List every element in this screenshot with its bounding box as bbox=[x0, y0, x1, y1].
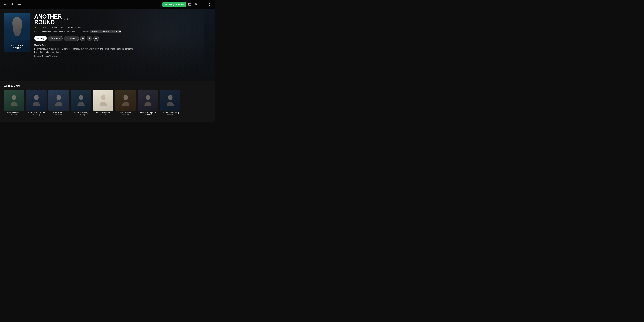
cast-photo bbox=[115, 90, 136, 111]
movie-certification: NR bbox=[61, 26, 64, 29]
director-label: Director: bbox=[34, 55, 41, 57]
more-button[interactable] bbox=[93, 36, 99, 41]
movie-tagline: What a life. bbox=[34, 44, 211, 46]
svg-point-3 bbox=[56, 95, 61, 100]
action-row: Play Trailer Played bbox=[34, 36, 211, 41]
subtitles-select[interactable]: Vietnamese (Default SUBRIP) English None bbox=[90, 30, 121, 34]
more-icon bbox=[95, 37, 97, 40]
cast-member-name: Helene Reingaard Neumann bbox=[138, 112, 158, 116]
back-button[interactable] bbox=[2, 2, 8, 7]
svg-point-6 bbox=[123, 95, 128, 100]
cast-photo-inner bbox=[4, 90, 24, 111]
movie-title: ANOTHER ROUND bbox=[34, 14, 62, 25]
emby-premiere-button[interactable]: Get Emby Premiere bbox=[162, 2, 186, 7]
cast-member-name: Thomas Vinterberg bbox=[162, 112, 179, 114]
played-button[interactable]: Played bbox=[64, 36, 79, 41]
cast-member-name: Lars Ranthe bbox=[53, 112, 64, 114]
svg-point-1 bbox=[12, 95, 16, 100]
cast-card[interactable]: Mads Mikkelsenas Martin bbox=[4, 90, 24, 118]
cast-photo-inner bbox=[48, 90, 69, 111]
cast-member-name: Susse Wold bbox=[120, 112, 131, 114]
trash-icon bbox=[88, 37, 90, 40]
cast-member-role: as Peter bbox=[56, 114, 62, 116]
cast-photo bbox=[93, 90, 114, 111]
cast-photo-inner bbox=[115, 90, 136, 111]
cast-member-role: as Amalie bbox=[144, 116, 152, 118]
hero-section: ANOTHER ROUND ANOTHER ROUND ✎ 🖼 ★ 7.7 • … bbox=[0, 9, 215, 81]
edit-icon[interactable]: ✎ bbox=[63, 18, 66, 21]
cast-member-name: Maria Bonnevie bbox=[96, 112, 110, 114]
cast-photo bbox=[26, 90, 46, 111]
cast-member-role: as Nikolaj bbox=[77, 114, 85, 116]
play-button[interactable]: Play bbox=[34, 36, 47, 41]
trailer-icon bbox=[50, 37, 53, 40]
cast-photo bbox=[4, 90, 24, 111]
search-button[interactable] bbox=[194, 2, 199, 7]
cast-member-role: as Tommy bbox=[32, 114, 40, 116]
nav-right: Get Emby Premiere bbox=[162, 2, 212, 7]
cast-button[interactable] bbox=[187, 2, 192, 7]
poster-title: ANOTHER ROUND bbox=[11, 45, 23, 49]
movie-genres: Comedy, Drama bbox=[67, 26, 82, 29]
movie-description: Four friends, all high school teachers, … bbox=[34, 47, 135, 54]
cast-photo bbox=[48, 90, 69, 111]
cast-member-role: as Martin bbox=[10, 114, 18, 116]
cast-card[interactable]: Helene Reingaard Neumannas Amalie bbox=[138, 90, 158, 118]
tech-row: Video: 1080p H264 Audio: Danish DTS-HD M… bbox=[34, 30, 211, 34]
cast-member-name: Thomas Bo Larsen bbox=[28, 112, 45, 114]
movie-year: 2021 bbox=[43, 26, 47, 29]
cast-member-name: Mads Mikkelsen bbox=[7, 112, 21, 114]
nav-left bbox=[2, 2, 22, 7]
hamburger-icon bbox=[18, 3, 21, 6]
heart-icon bbox=[82, 37, 84, 40]
settings-button[interactable] bbox=[207, 2, 212, 7]
cast-section: Cast & Crew Mads Mikkelsenas Martin Thom… bbox=[0, 81, 215, 123]
subtitles-label: Subtitles: bbox=[82, 31, 89, 33]
audio-label: Audio: bbox=[53, 31, 58, 33]
poster-figure bbox=[4, 13, 30, 40]
cast-photo-inner bbox=[160, 90, 180, 111]
play-icon bbox=[37, 37, 39, 40]
cast-member-role: as Trine bbox=[100, 114, 106, 116]
movie-meta: ★ 7.7 • 2021 • 1h 56m • NR • Comedy, Dra… bbox=[34, 26, 211, 29]
audio-value: Danish DTS-HD MA 5.1 bbox=[59, 31, 79, 33]
cast-photo bbox=[160, 90, 180, 111]
cast-card[interactable]: Lars Rantheas Peter bbox=[48, 90, 69, 118]
trailer-button[interactable]: Trailer bbox=[48, 36, 62, 41]
cast-photo-inner bbox=[93, 90, 114, 111]
svg-point-7 bbox=[146, 95, 150, 100]
home-button[interactable] bbox=[10, 2, 15, 7]
user-button[interactable] bbox=[200, 2, 206, 7]
cast-card[interactable]: Thomas Bo Larsenas Tommy bbox=[26, 90, 46, 118]
director-name: Thomas Vinterberg bbox=[42, 55, 58, 57]
title-row: ANOTHER ROUND ✎ 🖼 bbox=[34, 14, 211, 25]
svg-point-8 bbox=[168, 95, 172, 100]
favorite-button[interactable] bbox=[80, 36, 86, 41]
cast-member-name: Magnus Millang bbox=[74, 112, 88, 114]
topnav: Get Emby Premiere bbox=[0, 0, 215, 9]
movie-poster: ANOTHER ROUND bbox=[4, 13, 30, 52]
video-label: Video: bbox=[34, 31, 40, 33]
svg-point-2 bbox=[34, 95, 38, 100]
cast-photo-inner bbox=[138, 90, 158, 111]
cast-card[interactable]: Magnus Millangas Nikolaj bbox=[71, 90, 91, 118]
hero-content: ANOTHER ROUND ANOTHER ROUND ✎ 🖼 ★ 7.7 • … bbox=[0, 9, 215, 81]
cast-grid: Mads Mikkelsenas Martin Thomas Bo Larsen… bbox=[4, 90, 211, 118]
menu-button[interactable] bbox=[17, 2, 22, 7]
poster-inner: ANOTHER ROUND bbox=[4, 13, 30, 52]
movie-info: ANOTHER ROUND ✎ 🖼 ★ 7.7 • 2021 • 1h 56m … bbox=[34, 13, 211, 81]
movie-duration: 1h 56m bbox=[50, 26, 57, 29]
video-value: 1080p H264 bbox=[40, 31, 51, 33]
cast-section-title: Cast & Crew bbox=[4, 84, 211, 88]
svg-point-4 bbox=[79, 95, 83, 100]
cast-card[interactable]: Maria Bonnevieas Trine bbox=[93, 90, 114, 118]
check-icon bbox=[66, 37, 69, 40]
image-icon[interactable]: 🖼 bbox=[67, 18, 70, 21]
cast-photo-inner bbox=[26, 90, 46, 111]
cast-card[interactable]: Susse Woldas Rektor bbox=[115, 90, 136, 118]
cast-card[interactable]: Thomas VinterbergDirector bbox=[160, 90, 180, 118]
delete-button[interactable] bbox=[87, 36, 92, 41]
cast-photo bbox=[71, 90, 91, 111]
director-line: Director: Thomas Vinterberg bbox=[34, 55, 211, 57]
cast-photo-inner bbox=[71, 90, 91, 111]
